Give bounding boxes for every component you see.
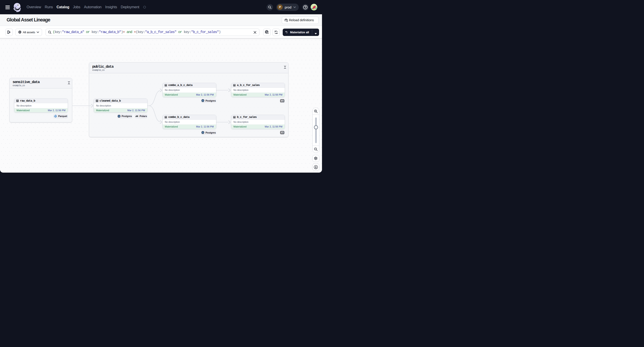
svg-text:CSV: CSV xyxy=(281,100,284,102)
svg-text:CSV: CSV xyxy=(281,132,284,134)
